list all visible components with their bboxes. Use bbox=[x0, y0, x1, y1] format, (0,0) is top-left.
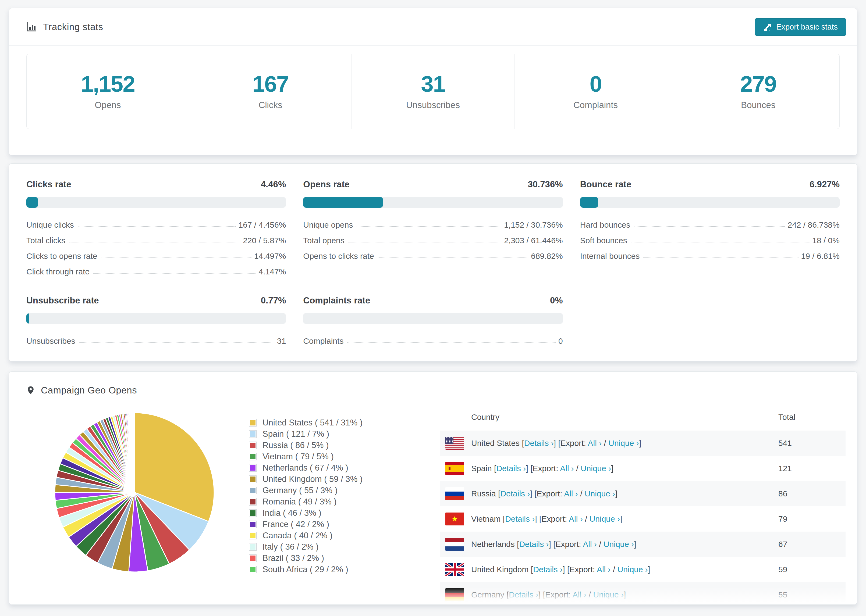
geo-title: Campaign Geo Opens bbox=[41, 385, 137, 396]
rate-detail-value: 4.147% bbox=[259, 267, 286, 276]
legend-item[interactable]: Spain ( 121 / 7% ) bbox=[249, 428, 362, 440]
export-all-link[interactable]: All › bbox=[569, 514, 583, 523]
legend-item[interactable]: Russia ( 86 / 5% ) bbox=[249, 440, 362, 451]
bracket: ] bbox=[549, 540, 551, 548]
export-all-link[interactable]: All › bbox=[573, 590, 587, 599]
legend-item[interactable]: Germany ( 55 / 3% ) bbox=[249, 485, 362, 496]
export-unique-link[interactable]: Unique › bbox=[608, 438, 639, 448]
export-unique-link[interactable]: Unique › bbox=[585, 489, 615, 498]
export-basic-stats-button[interactable]: Export basic stats bbox=[755, 18, 846, 36]
rate-detail-row: Total clicks220 / 5.87% bbox=[26, 229, 286, 245]
geo-table: Country Total United States [Details ›] … bbox=[440, 404, 846, 605]
export-prefix: [Export: bbox=[543, 590, 571, 599]
details-link[interactable]: Details › bbox=[500, 489, 530, 498]
rate-detail-row: Soft bounces18 / 0% bbox=[580, 229, 840, 245]
dotted-leader bbox=[357, 226, 501, 227]
bracket: ] bbox=[538, 590, 540, 599]
legend-item[interactable]: Canada ( 40 / 2% ) bbox=[249, 530, 362, 541]
column-header-total: Total bbox=[778, 413, 840, 422]
bracket: ] bbox=[620, 514, 622, 523]
details-link[interactable]: Details › bbox=[524, 438, 554, 448]
rate-detail-value: 220 / 5.87% bbox=[243, 236, 286, 245]
export-unique-link[interactable]: Unique › bbox=[617, 565, 648, 574]
stat-value: 279 bbox=[740, 72, 776, 95]
rate-panel-title: Opens rate bbox=[303, 179, 350, 190]
export-prefix: [Export: bbox=[558, 438, 586, 448]
rate-detail-value: 167 / 4.456% bbox=[239, 220, 286, 229]
legend-label: Netherlands ( 67 / 4% ) bbox=[263, 463, 348, 473]
bracket: ] bbox=[634, 540, 636, 548]
geo-table-row-gb: United Kingdom [Details ›] [Export: All … bbox=[440, 557, 846, 582]
legend-item[interactable]: South Africa ( 29 / 2% ) bbox=[249, 564, 362, 575]
rate-detail-label: Unique opens bbox=[303, 220, 353, 229]
progress-bar-fill bbox=[26, 313, 29, 324]
legend-item[interactable]: United States ( 541 / 31% ) bbox=[249, 417, 362, 428]
dotted-leader bbox=[69, 242, 240, 242]
geo-table-body: United States [Details ›] [Export: All ›… bbox=[440, 431, 846, 605]
legend-item[interactable]: Netherlands ( 67 / 4% ) bbox=[249, 462, 362, 473]
legend-item[interactable]: Romania ( 49 / 3% ) bbox=[249, 496, 362, 508]
export-unique-link[interactable]: Unique › bbox=[589, 514, 620, 523]
geo-content: United States ( 541 / 31% )Spain ( 121 /… bbox=[9, 404, 857, 605]
stat-cell-clicks: 167Clicks bbox=[189, 54, 352, 129]
details-link[interactable]: Details › bbox=[509, 590, 538, 599]
rate-panel-unsubscribe-rate: Unsubscribe rate0.77%Unsubscribes31 bbox=[26, 295, 286, 345]
geo-table-row-es: Spain [Details ›] [Export: All › / Uniqu… bbox=[440, 456, 846, 481]
export-unique-link[interactable]: Unique › bbox=[581, 464, 611, 473]
export-all-link[interactable]: All › bbox=[564, 489, 578, 498]
page-title: Tracking stats bbox=[43, 22, 103, 32]
export-all-link[interactable]: All › bbox=[583, 540, 597, 548]
progress-bar bbox=[26, 197, 286, 208]
details-link[interactable]: Details › bbox=[533, 565, 563, 574]
export-unique-link[interactable]: Unique › bbox=[603, 540, 634, 548]
legend-swatch bbox=[249, 566, 257, 573]
geo-table-row-de: Germany [Details ›] [Export: All › / Uni… bbox=[440, 582, 846, 605]
country-cell: United States [Details ›] [Export: All ›… bbox=[471, 438, 778, 448]
total-cell: 79 bbox=[778, 514, 840, 523]
rate-detail-label: Click through rate bbox=[26, 267, 90, 276]
rate-panel-value: 30.736% bbox=[527, 179, 563, 190]
rate-detail-value: 689.82% bbox=[531, 251, 563, 261]
rate-detail-row: Click through rate4.147% bbox=[26, 261, 286, 276]
legend-item[interactable]: Brazil ( 33 / 2% ) bbox=[249, 553, 362, 564]
geo-pie-chart[interactable] bbox=[54, 412, 215, 573]
legend-item[interactable]: India ( 46 / 3% ) bbox=[249, 508, 362, 519]
rate-panel-value: 0.77% bbox=[261, 295, 286, 306]
details-link[interactable]: Details › bbox=[505, 514, 535, 523]
progress-bar-fill bbox=[303, 197, 383, 208]
legend-swatch bbox=[249, 532, 257, 539]
progress-bar bbox=[303, 313, 563, 324]
rate-detail-label: Clicks to opens rate bbox=[26, 251, 97, 261]
export-prefix: [Export: bbox=[531, 464, 558, 473]
legend-label: France ( 42 / 2% ) bbox=[263, 520, 329, 529]
legend-item[interactable]: Italy ( 36 / 2% ) bbox=[249, 541, 362, 553]
rate-detail-value: 242 / 86.738% bbox=[787, 220, 840, 229]
details-link[interactable]: Details › bbox=[519, 540, 549, 548]
slash: / bbox=[601, 438, 608, 448]
column-header-country: Country bbox=[446, 413, 778, 422]
stat-cell-opens: 1,152Opens bbox=[27, 54, 189, 129]
total-cell: 55 bbox=[778, 590, 840, 599]
legend-item[interactable]: Vietnam ( 79 / 5% ) bbox=[249, 451, 362, 462]
legend-label: Brazil ( 33 / 2% ) bbox=[263, 553, 324, 563]
country-name: United States bbox=[471, 438, 520, 448]
total-cell: 67 bbox=[778, 540, 840, 549]
export-all-link[interactable]: All › bbox=[597, 565, 611, 574]
stat-label: Clicks bbox=[258, 100, 282, 110]
export-all-link[interactable]: All › bbox=[588, 438, 602, 448]
rate-detail-row: Complaints0 bbox=[303, 330, 563, 345]
export-unique-link[interactable]: Unique › bbox=[593, 590, 624, 599]
legend-item[interactable]: France ( 42 / 2% ) bbox=[249, 519, 362, 530]
gb-flag-icon bbox=[446, 563, 464, 576]
export-prefix: [Export: bbox=[553, 540, 581, 548]
legend-item[interactable]: United Kingdom ( 59 / 3% ) bbox=[249, 473, 362, 485]
geo-table-header: Country Total bbox=[440, 404, 846, 431]
dotted-leader bbox=[101, 258, 251, 258]
export-all-link[interactable]: All › bbox=[560, 464, 574, 473]
rate-panel-value: 0% bbox=[550, 295, 563, 306]
details-link[interactable]: Details › bbox=[496, 464, 526, 473]
rate-detail-value: 18 / 0% bbox=[812, 236, 840, 245]
dotted-leader bbox=[79, 343, 274, 343]
rate-panel-title: Bounce rate bbox=[580, 179, 631, 190]
total-cell: 86 bbox=[778, 489, 840, 498]
